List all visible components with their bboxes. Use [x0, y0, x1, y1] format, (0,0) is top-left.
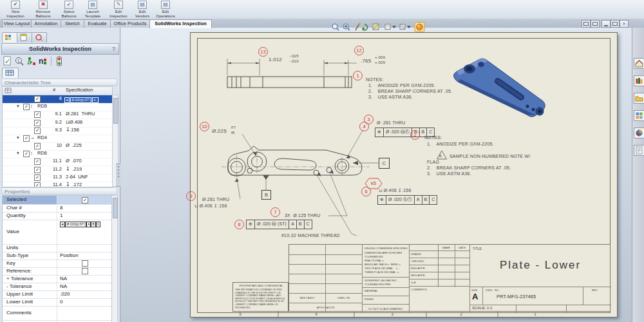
dim-765[interactable]: .765: [361, 58, 371, 64]
approval-row: CHECKED: [411, 260, 424, 263]
callout-left-hole-2[interactable]: ⊔ Ø.406 ↧.156: [194, 204, 227, 209]
balloon-k5[interactable]: k5: [366, 180, 381, 186]
design-library-icon[interactable]: [634, 75, 644, 86]
row-checkbox[interactable]: ✓: [34, 96, 41, 102]
launch-template-editor-button[interactable]: ▤Launch Template Editor: [81, 1, 104, 18]
property-manager-icon[interactable]: [17, 32, 32, 43]
note-line[interactable]: 3. USE ASTM A36.: [368, 95, 413, 99]
zoom-fit-icon[interactable]: [332, 24, 339, 30]
edit-vendors-button[interactable]: ▤Edit Vendors: [133, 1, 152, 18]
zoom-area-icon[interactable]: [343, 24, 350, 30]
view-palette-icon[interactable]: [634, 110, 644, 121]
caret-icon[interactable]: ▾: [17, 150, 19, 156]
fcf-bottom[interactable]: ⊕Ø .020 Ⓜ ⟨ST⟩ABC: [246, 220, 312, 229]
pane-icon[interactable]: [582, 20, 591, 28]
balloon-12[interactable]: 12: [354, 46, 364, 55]
balloon-7[interactable]: 7: [270, 207, 280, 217]
tab-annotation[interactable]: Annotation: [31, 19, 61, 28]
datum-c[interactable]: C: [379, 158, 390, 169]
graphics-viewport[interactable]: 1 2 3 4 6 7 8 9 10 12 13 k5 1.012 -.025 …: [120, 28, 632, 322]
magnify-icon[interactable]: [355, 23, 361, 30]
button-label: Remove Balloons: [35, 10, 50, 18]
pane-icon[interactable]: [591, 20, 600, 28]
callout-pattern[interactable]: 3X Ø.125 THRU: [285, 213, 321, 218]
tab-office-products[interactable]: Office Products: [110, 19, 150, 28]
balloon-13[interactable]: 13: [258, 47, 268, 57]
caret-icon[interactable]: ▾: [17, 135, 19, 140]
help-icon[interactable]: ?: [112, 44, 115, 54]
close-icon[interactable]: ×: [620, 20, 629, 28]
balloon-6[interactable]: 6: [361, 187, 371, 196]
tree-row[interactable]: ✓9.1Ø.281 THRU: [3, 111, 112, 119]
minimize-icon[interactable]: [601, 20, 611, 28]
create-report-icon[interactable]: ✓: [3, 56, 13, 66]
traffic-light-icon[interactable]: [54, 56, 64, 66]
key-checkbox[interactable]: [82, 260, 88, 267]
dim-1012[interactable]: 1.012: [269, 57, 282, 62]
selected-checkbox[interactable]: ✓: [82, 197, 88, 204]
section-view-icon[interactable]: [373, 24, 379, 30]
tol-line: TOLERANCES:: [365, 255, 383, 258]
appearances-ball-icon[interactable]: [634, 128, 644, 138]
custom-properties-icon[interactable]: [634, 145, 644, 156]
prop-row-value[interactable]: Value⊕Ø.020Ⓜ⟨ST⟩ABC: [3, 220, 111, 245]
balloon-red-icon[interactable]: [32, 32, 47, 43]
flag-note[interactable]: SAMPLE NON-NUMBERED NOTE W/: [450, 154, 531, 158]
tab-evaluate[interactable]: Evaluate: [84, 19, 111, 28]
tol-line: THREE PLACE DECIMAL ±: [365, 270, 399, 274]
tab-sketch[interactable]: Sketch: [61, 19, 84, 28]
part-3d-preview[interactable]: [445, 52, 554, 117]
drawing-sheet[interactable]: 1 2 3 4 6 7 8 9 10 12 13 k5 1.012 -.025 …: [190, 32, 618, 317]
tol-line: ANGULAR: MACH ± BEND ±: [365, 263, 401, 266]
export-word-icon[interactable]: n: [37, 56, 48, 66]
remove-balloons-button[interactable]: ✖Remove Balloons: [30, 1, 57, 18]
note-line[interactable]: 2. BREAK SHARP CORNERS AT .05.: [368, 89, 452, 93]
callout-left-hole-1[interactable]: Ø.281 THRU: [202, 197, 229, 202]
resources-home-icon[interactable]: [634, 58, 644, 69]
note-line[interactable]: 3. USE ASTM A36.: [427, 171, 471, 176]
balloon-2[interactable]: 2: [410, 130, 420, 140]
display-style-icon[interactable]: [400, 24, 411, 30]
note-line[interactable]: 1. ANODIZE PER GXM-2205.: [427, 142, 494, 146]
edit-operations-button[interactable]: ▤Edit Operations: [153, 1, 178, 18]
datum-b[interactable]: B: [261, 190, 271, 200]
prop-row-selected[interactable]: Selected✓: [3, 196, 111, 205]
balloon-10[interactable]: 10: [200, 122, 209, 131]
border-number: 2: [455, 312, 468, 316]
fcf-top[interactable]: ⊕Ø .020 ⓂⒻABC: [375, 128, 435, 137]
balloon-8[interactable]: 8: [234, 220, 244, 229]
dim-225[interactable]: Ø.225: [212, 128, 227, 134]
prop-row-comments[interactable]: Comments: [3, 306, 111, 321]
tab-view-layout[interactable]: View Layout: [2, 19, 32, 28]
restore-icon[interactable]: [611, 20, 620, 28]
caret-icon[interactable]: ▾: [17, 103, 19, 109]
tree-row[interactable]: ✓11.1Ø .070: [3, 158, 112, 166]
characteristic-table-tab[interactable]: [2, 68, 19, 78]
callout-thread[interactable]: #10-32 MACHINE THREAD: [281, 233, 340, 238]
callout-right-hole[interactable]: Ø .281 THRU: [377, 120, 405, 125]
export-cmm-icon[interactable]: [26, 56, 36, 66]
fcf-mid[interactable]: ⊕Ø .020 ⓈⓉABC: [377, 195, 437, 205]
reference-checkbox[interactable]: [82, 268, 88, 274]
note-line[interactable]: 1. ANODIZE PER GXM-2205.: [368, 83, 435, 88]
tree-row[interactable]: ✓11.4↧ .172: [3, 182, 112, 187]
select-balloons-button[interactable]: ➶Select Balloons: [57, 1, 80, 18]
balloon-4[interactable]: 4: [359, 122, 369, 131]
note-line[interactable]: 2. BREAK SHARP CORNERS AT .05.: [427, 166, 511, 170]
render-ball-icon[interactable]: [415, 23, 424, 32]
callout-cbore[interactable]: ⊔ Ø.406 ↧.156: [379, 188, 412, 193]
balloon-1[interactable]: 1: [353, 71, 363, 80]
balloon-options-icon[interactable]: [2, 32, 17, 43]
table-icon: [5, 88, 12, 94]
balloon-9[interactable]: 9: [186, 191, 196, 201]
tab-solidworks-inspection[interactable]: SolidWorks Inspection: [149, 19, 212, 28]
file-explorer-icon[interactable]: [634, 93, 644, 104]
rotate-view-icon[interactable]: [362, 24, 368, 30]
noscale-label: DO NOT SCALE DRAWING: [362, 307, 409, 310]
properties-scrollbar[interactable]: [111, 195, 118, 322]
zoom-balloon-icon[interactable]: 1: [14, 56, 24, 66]
view-orientation-icon[interactable]: [385, 24, 396, 30]
new-inspection-project-button[interactable]: ✔New Inspection Project: [2, 1, 29, 18]
svg-text:✓: ✓: [5, 57, 10, 65]
edit-inspection-methods-button[interactable]: ✎Edit Inspection Methods: [105, 1, 132, 18]
